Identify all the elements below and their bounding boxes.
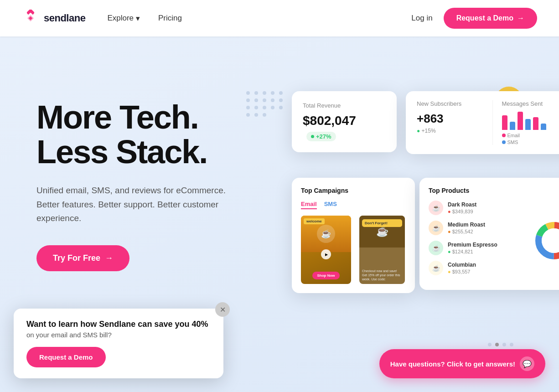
popup-subtext: on your email and SMS bill? — [26, 331, 211, 339]
list-item: ☕ Dark Roast ● $349,839 — [429, 201, 524, 215]
revenue-label: Total Revenue — [303, 102, 386, 109]
popup-headline: Want to learn how Sendlane can save you … — [26, 320, 211, 329]
subscribers-badge: ● +15% — [417, 128, 488, 134]
hero-subtext: Unified email, SMS, and reviews for eCom… — [36, 184, 228, 225]
bar-email-2 — [518, 112, 523, 130]
chevron-down-icon: ▾ — [136, 14, 140, 23]
subscribers-section: New Subscribers +863 ● +15% — [417, 100, 488, 145]
dashboard-preview: Pat'sCoffee Total Revenue $802,047 +27% … — [283, 64, 523, 383]
list-item: ☕ Medium Roast ● $255,542 — [429, 221, 524, 235]
campaign-tabs: Email SMS — [301, 201, 406, 209]
popup-demo-button[interactable]: Request a Demo — [26, 347, 106, 367]
hero-content: More Tech. Less Stack. Unified email, SM… — [36, 64, 264, 271]
pdot-4 — [510, 343, 513, 346]
navbar: sendlane Explore ▾ Pricing Log in Reques… — [0, 0, 559, 36]
bar-sms-2 — [525, 119, 531, 130]
chat-icon: 💬 — [520, 356, 534, 371]
product-avatar-1: ☕ — [429, 201, 443, 215]
bar-email-3 — [533, 117, 538, 130]
nav-pricing[interactable]: Pricing — [158, 14, 182, 23]
bar-email-1 — [502, 115, 507, 130]
play-icon: ▶ — [321, 249, 331, 259]
try-free-button[interactable]: Try For Free → — [36, 245, 129, 271]
tab-email[interactable]: Email — [301, 201, 317, 209]
product-info-1: Dark Roast ● $349,839 — [448, 201, 524, 214]
messages-chart — [502, 112, 559, 130]
bar-sms-3 — [541, 124, 546, 130]
subscribers-value: +863 — [417, 112, 488, 126]
messages-section: Messages Sent Email SMS — [492, 100, 559, 145]
products-layout: ☕ Dark Roast ● $349,839 ☕ Medium Roast ●… — [429, 201, 559, 281]
logo-text: sendlane — [44, 12, 85, 24]
arrow-icon: → — [517, 14, 524, 22]
arrow-icon: → — [105, 253, 113, 263]
bar-sms-1 — [510, 122, 515, 130]
pdot-2 — [495, 343, 499, 346]
pdot-1 — [488, 343, 492, 346]
chat-button[interactable]: Have questions? Click to get answers! 💬 — [379, 349, 545, 378]
donut-chart — [533, 220, 559, 261]
email-campaign-preview: ☕ welcome Shop Now ▶ — [301, 216, 351, 284]
logo-icon — [22, 10, 39, 27]
products-card: Top Products ☕ Dark Roast ● $349,839 ☕ M… — [419, 178, 559, 290]
sms-campaign-preview: ☕ Don't Forget! Checkout now and save! G… — [359, 216, 405, 284]
logo[interactable]: sendlane — [22, 10, 85, 27]
nav-explore[interactable]: Explore ▾ — [107, 14, 140, 23]
hero-headline: More Tech. Less Stack. — [36, 100, 264, 169]
metrics-card: New Subscribers +863 ● +15% Messages Sen… — [406, 91, 559, 154]
campaigns-card: Top Campaigns Email SMS ☕ welcome Shop N… — [292, 178, 415, 293]
revenue-card: Total Revenue $802,047 +27% — [292, 91, 397, 152]
list-item: ☕ Premium Espresso ● $124,821 — [429, 241, 524, 255]
product-info-4: Columbian ● $93,557 — [448, 262, 524, 274]
nav-login[interactable]: Log in — [411, 14, 432, 23]
product-info-3: Premium Espresso ● $124,821 — [448, 242, 524, 254]
products-list: ☕ Dark Roast ● $349,839 ☕ Medium Roast ●… — [429, 201, 524, 281]
campaign-previews: ☕ welcome Shop Now ▶ ☕ Don't Forget! Che… — [301, 216, 406, 284]
pdot-3 — [502, 343, 506, 346]
dots-decoration — [246, 91, 284, 117]
product-avatar-3: ☕ — [429, 241, 443, 255]
savings-popup: ✕ Want to learn how Sendlane can save yo… — [14, 309, 223, 378]
nav-demo-button[interactable]: Request a Demo → — [444, 8, 537, 29]
legend-sms: SMS — [502, 139, 559, 145]
product-info-2: Medium Roast ● $255,542 — [448, 222, 524, 234]
revenue-badge: +27% — [306, 132, 336, 141]
pagination-dots — [488, 343, 513, 346]
product-avatar-2: ☕ — [429, 221, 443, 235]
revenue-value: $802,047 — [303, 113, 356, 128]
sms-text: Checkout now and save! Get 15% off your … — [362, 269, 402, 281]
list-item: ☕ Columbian ● $93,557 — [429, 261, 524, 275]
popup-close-button[interactable]: ✕ — [215, 302, 230, 317]
sms-bubble: Don't Forget! — [362, 219, 402, 227]
legend-email: Email — [502, 133, 559, 138]
tab-sms[interactable]: SMS — [324, 201, 337, 209]
product-avatar-4: ☕ — [429, 261, 443, 275]
badge-dot — [311, 135, 314, 138]
welcome-badge: welcome — [304, 218, 325, 224]
